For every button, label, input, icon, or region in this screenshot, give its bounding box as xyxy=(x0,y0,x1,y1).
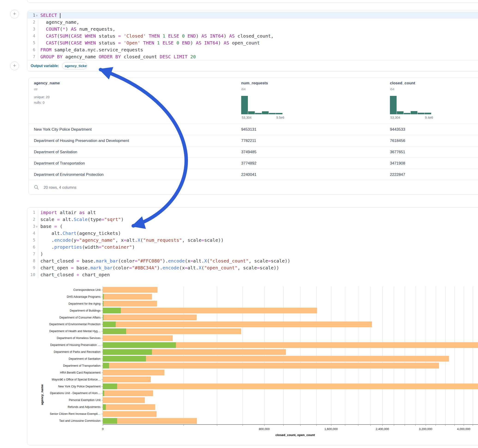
line-number: 5 xyxy=(27,39,35,46)
code-line[interactable]: 4 CAST(SUM(CASE WHEN status = 'Closed' T… xyxy=(27,32,478,39)
x-axis-tick xyxy=(382,424,383,426)
y-axis-label: HRA Benefit Card Replacement xyxy=(36,371,101,374)
add-cell-button-below-sql[interactable]: + xyxy=(10,62,19,70)
table-cell: 3471908 xyxy=(390,158,405,169)
code-line[interactable]: 6FROM sample_data.nyc.service_requests xyxy=(27,46,478,53)
table-cell: New York City Police Department xyxy=(34,124,92,135)
code-line[interactable]: 4 alt.Chart(agency_tickets) xyxy=(27,230,478,237)
x-axis-tick xyxy=(103,424,103,426)
table-cell: 7782211 xyxy=(241,135,256,146)
code-line[interactable]: 5 CAST(SUM(CASE WHEN status = 'Open' THE… xyxy=(27,39,478,46)
histogram-bar xyxy=(241,96,248,114)
gridline xyxy=(382,286,383,424)
y-axis-label: Correspondence Unit xyxy=(36,288,101,292)
code-text: agency_name, xyxy=(40,19,79,25)
search-icon[interactable] xyxy=(34,185,39,190)
bar-closed-count xyxy=(103,404,155,410)
gridline xyxy=(464,286,464,424)
y-axis-label: Department of Sanitation xyxy=(36,357,101,361)
text-cursor xyxy=(60,13,60,18)
column-header-num_requests[interactable]: num_requests xyxy=(241,81,268,86)
y-axis-label: Department of Parks and Recreation xyxy=(36,350,101,354)
table-row[interactable]: Department of Housing Preservation and D… xyxy=(29,135,478,146)
column-type: str xyxy=(34,87,38,91)
line-number: 3 xyxy=(27,25,35,32)
collapse-chevron-icon[interactable]: ∨ xyxy=(36,223,38,230)
y-axis-label: Department of Health and Mental Hyg… xyxy=(36,330,101,333)
y-axis-label: Department of Environmental Protection xyxy=(36,323,101,326)
code-line[interactable]: 5 .encode(y="agency_name", x=alt.X("num_… xyxy=(27,237,478,244)
line-number: 9 xyxy=(27,264,35,271)
x-axis-label: 0 xyxy=(89,427,117,431)
code-text: CAST(SUM(CASE WHEN status = 'Closed' THE… xyxy=(40,32,274,39)
code-text: CAST(SUM(CASE WHEN status = 'Open' THEN … xyxy=(40,39,260,46)
line-number: 7 xyxy=(27,53,35,60)
gridline xyxy=(358,286,358,424)
table-body: New York City Police Department945313194… xyxy=(29,124,478,180)
gutter-divider xyxy=(38,244,38,250)
bar-open-count xyxy=(103,322,116,327)
code-line[interactable]: 6 .properties(width="container") xyxy=(27,244,478,250)
code-line[interactable]: 7) xyxy=(27,250,478,257)
x-axis-tick xyxy=(345,424,345,426)
code-line[interactable]: 9chart_open = base.mark_bar(color="#8BC3… xyxy=(27,264,478,271)
gridline xyxy=(454,286,455,424)
table-row[interactable]: Department of Environmental Protection22… xyxy=(29,169,478,180)
code-line[interactable]: 8chart_closed = base.mark_bar(color="#FF… xyxy=(27,257,478,264)
code-line[interactable]: 2scale = alt.Scale(type="sqrt") xyxy=(27,216,478,223)
output-variable-label: Output variable: xyxy=(31,61,59,71)
column-header-closed_count[interactable]: closed_count xyxy=(390,81,415,86)
altair-chart: agency_name closed_count, open_count Cor… xyxy=(0,274,478,445)
y-axis-label: Department of Housing Preservation … xyxy=(36,343,101,347)
histogram-bar xyxy=(425,113,431,114)
table-row[interactable]: Department of Sanitation37494853677651 xyxy=(29,146,478,158)
y-axis-label: Operations Unit - Department of Hom… xyxy=(36,392,101,395)
code-text: .properties(width="container") xyxy=(40,244,135,250)
python-editor[interactable]: 1import altair as alt2scale = alt.Scale(… xyxy=(27,208,478,281)
histogram-bar xyxy=(404,113,410,114)
notebook-page: + + 1∨SELECT 2 agency_name,3 COUNT(*) AS… xyxy=(0,0,478,448)
code-line[interactable]: 1∨SELECT xyxy=(27,12,478,19)
gutter-divider xyxy=(38,19,38,25)
sql-editor[interactable]: 1∨SELECT 2 agency_name,3 COUNT(*) AS num… xyxy=(27,11,478,62)
bar-open-count xyxy=(103,356,146,361)
bar-open-count xyxy=(103,418,117,424)
gutter-divider xyxy=(38,250,38,257)
gutter-divider xyxy=(38,209,38,216)
code-line[interactable]: 3∨base = ( xyxy=(27,223,478,230)
table-cell: 9453131 xyxy=(241,124,256,135)
x-axis-tick xyxy=(436,424,436,426)
line-number: 5 xyxy=(27,237,35,244)
table-row[interactable]: Department of Transportation377489234719… xyxy=(29,157,478,169)
code-line[interactable]: 7GROUP BY agency_name ORDER BY closed_co… xyxy=(27,53,478,60)
gridline xyxy=(436,286,436,424)
add-cell-button-top[interactable]: + xyxy=(10,10,19,19)
gutter-divider xyxy=(38,223,38,230)
previous-cell-edge xyxy=(27,0,478,3)
table-footer: 20 rows, 4 columns xyxy=(29,180,478,194)
bar-open-count xyxy=(103,363,109,368)
table-row[interactable]: New York City Police Department945313194… xyxy=(29,124,478,135)
code-line[interactable]: 2 agency_name, xyxy=(27,19,478,25)
code-line[interactable]: 1import altair as alt xyxy=(27,209,478,216)
line-number: 4 xyxy=(27,32,35,39)
bar-closed-count xyxy=(103,335,173,341)
gridline xyxy=(445,286,446,424)
column-header-agency_name[interactable]: agency_name xyxy=(34,81,60,86)
bar-open-count xyxy=(103,390,104,396)
code-text: ) xyxy=(40,250,43,257)
histogram-min-label: 53,304 xyxy=(242,116,252,119)
code-line[interactable]: 3 COUNT(*) AS num_requests, xyxy=(27,25,478,32)
collapse-chevron-icon[interactable]: ∨ xyxy=(36,12,38,19)
gutter-divider xyxy=(38,25,38,32)
bar-closed-count xyxy=(103,322,372,327)
x-axis-tick xyxy=(445,424,446,426)
histogram-bar xyxy=(262,111,269,114)
gutter-divider xyxy=(38,12,38,19)
x-axis-tick xyxy=(394,424,394,426)
output-variable-pill[interactable]: agency_tickets xyxy=(62,62,87,69)
bar-open-count xyxy=(103,315,104,320)
column-type: i64 xyxy=(241,87,245,91)
histogram-max-label: 9.4e6 xyxy=(425,116,433,119)
column-stat: nulls: 0 xyxy=(34,101,44,104)
